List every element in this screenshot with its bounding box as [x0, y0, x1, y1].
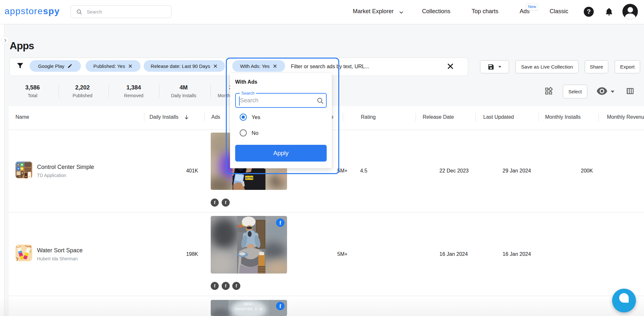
svg-text:SHOOTER 2.0: SHOOTER 2.0: [235, 307, 262, 311]
svg-text:GUYS: GUYS: [245, 176, 253, 180]
svg-text:f: f: [279, 303, 281, 309]
svg-text:NEW!: NEW!: [244, 302, 254, 306]
svg-text:f: f: [279, 220, 281, 226]
